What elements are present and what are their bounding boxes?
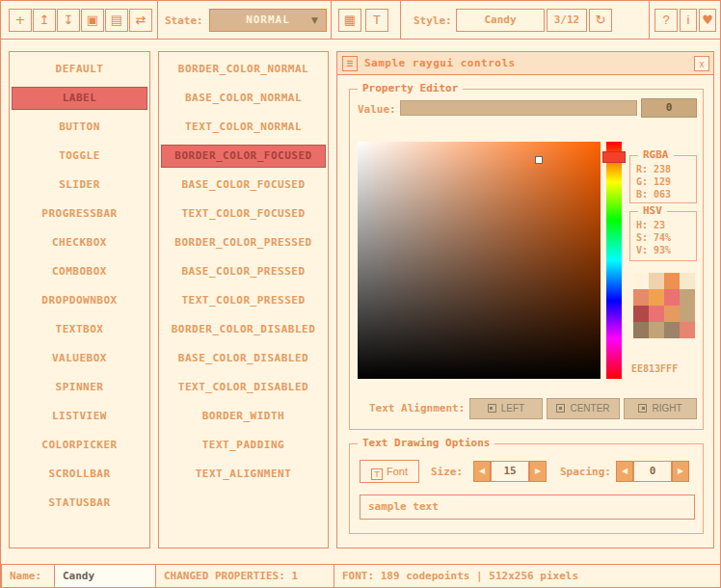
new-file-button[interactable]: + bbox=[9, 9, 32, 32]
state-dropdown[interactable]: NORMAL ▼ bbox=[209, 9, 327, 32]
value-slider[interactable] bbox=[400, 100, 637, 116]
property-item-border_color_pressed[interactable]: BORDER_COLOR_PRESSED bbox=[161, 231, 326, 254]
reload-style-button[interactable]: ↻ bbox=[589, 9, 612, 32]
palette-swatch-13[interactable] bbox=[649, 322, 664, 338]
control-item-scrollbar[interactable]: SCROLLBAR bbox=[12, 463, 147, 486]
control-item-listview[interactable]: LISTVIEW bbox=[12, 405, 147, 428]
align-right-button[interactable]: RIGHT bbox=[624, 398, 697, 419]
color-picker-panel[interactable] bbox=[358, 142, 601, 379]
size-increase-button[interactable]: ▶ bbox=[529, 461, 547, 482]
control-item-statusbar[interactable]: STATUSBAR bbox=[12, 492, 147, 515]
spacing-decrease-button[interactable]: ◀ bbox=[616, 461, 633, 482]
property-item-text_color_focused[interactable]: TEXT_COLOR_FOCUSED bbox=[161, 202, 326, 226]
window-icon: ≡ bbox=[342, 56, 358, 71]
palette-swatch-8[interactable] bbox=[633, 306, 649, 322]
hex-color-value: EE813FFF bbox=[631, 363, 678, 374]
style-table-button[interactable]: ▦ bbox=[338, 9, 361, 32]
export-file-button[interactable]: ▣ bbox=[81, 9, 104, 32]
close-icon[interactable]: x bbox=[694, 56, 709, 71]
property-item-border_color_normal[interactable]: BORDER_COLOR_NORMAL bbox=[161, 58, 326, 81]
palette-swatch-4[interactable] bbox=[633, 289, 649, 306]
align-left-button[interactable]: LEFT bbox=[469, 398, 543, 419]
palette-swatch-1[interactable] bbox=[649, 273, 664, 289]
control-item-dropdownbox[interactable]: DROPDOWNBOX bbox=[12, 289, 147, 312]
property-item-base_color_disabled[interactable]: BASE_COLOR_DISABLED bbox=[161, 347, 326, 370]
font-button[interactable]: TFont bbox=[360, 460, 419, 483]
hsv-s-value: S: 74% bbox=[630, 231, 696, 244]
palette-swatch-7[interactable] bbox=[680, 289, 695, 306]
palette-swatch-0[interactable] bbox=[633, 273, 649, 289]
property-item-text_color_disabled[interactable]: TEXT_COLOR_DISABLED bbox=[161, 376, 326, 399]
size-value[interactable]: 15 bbox=[491, 461, 529, 482]
about-button[interactable]: i bbox=[680, 9, 697, 32]
control-item-combobox[interactable]: COMBOBOX bbox=[12, 260, 147, 283]
align-center-icon bbox=[556, 404, 565, 413]
spacing-value[interactable]: 0 bbox=[633, 461, 672, 482]
property-item-text_color_normal[interactable]: TEXT_COLOR_NORMAL bbox=[161, 116, 326, 139]
style-label: Style: bbox=[414, 14, 452, 27]
palette-swatch-14[interactable] bbox=[664, 322, 680, 338]
palette-swatch-15[interactable] bbox=[680, 322, 695, 338]
font-button-label: Font bbox=[387, 466, 408, 477]
control-item-checkbox[interactable]: CHECKBOX bbox=[12, 231, 147, 254]
statusbar: Name: Candy CHANGED PROPERTIES: 1 FONT: … bbox=[1, 564, 721, 588]
hue-bar[interactable] bbox=[606, 142, 622, 379]
random-style-button[interactable]: ⇄ bbox=[129, 9, 152, 32]
palette-swatch-2[interactable] bbox=[664, 273, 680, 289]
property-item-base_color_focused[interactable]: BASE_COLOR_FOCUSED bbox=[161, 174, 326, 197]
control-item-toggle[interactable]: TOGGLE bbox=[12, 145, 147, 168]
text-options-group: Text Drawing Options TFont Size: ◀ 15 ▶ … bbox=[349, 443, 704, 534]
control-item-slider[interactable]: SLIDER bbox=[12, 174, 147, 197]
control-item-progressbar[interactable]: PROGRESSBAR bbox=[12, 202, 147, 226]
font-editor-button[interactable]: T bbox=[365, 9, 388, 32]
property-item-border_color_disabled[interactable]: BORDER_COLOR_DISABLED bbox=[161, 318, 326, 341]
property-item-border_width[interactable]: BORDER_WIDTH bbox=[161, 405, 326, 428]
palette-swatch-11[interactable] bbox=[680, 306, 695, 322]
value-box[interactable]: 0 bbox=[641, 98, 697, 118]
palette-swatch-6[interactable] bbox=[664, 289, 680, 306]
sample-text-input[interactable]: sample text bbox=[360, 494, 695, 520]
sponsor-button[interactable]: ♥ bbox=[699, 9, 716, 32]
help-icon: ? bbox=[662, 13, 669, 27]
rgba-r-value: R: 238 bbox=[630, 163, 696, 175]
property-item-base_color_normal[interactable]: BASE_COLOR_NORMAL bbox=[161, 87, 326, 110]
load-file-button[interactable]: ↥ bbox=[33, 9, 56, 32]
control-item-default[interactable]: DEFAULT bbox=[12, 58, 147, 81]
window-titlebar[interactable]: ≡ Sample raygui controls x bbox=[337, 52, 713, 75]
hue-bar-selector[interactable] bbox=[602, 151, 626, 163]
control-item-valuebox[interactable]: VALUEBOX bbox=[12, 347, 147, 370]
group-title: HSV bbox=[638, 204, 667, 217]
palette-swatch-12[interactable] bbox=[633, 322, 649, 338]
rgba-b-value: B: 063 bbox=[630, 188, 696, 200]
control-item-colorpicker[interactable]: COLORPICKER bbox=[12, 434, 147, 457]
group-title: Text Drawing Options bbox=[358, 437, 494, 449]
control-item-label[interactable]: LABEL bbox=[12, 87, 147, 110]
save-file-button[interactable]: ↧ bbox=[57, 9, 80, 32]
state-value: NORMAL bbox=[246, 13, 290, 26]
palette-swatch-9[interactable] bbox=[649, 306, 664, 322]
save-file-icon: ↧ bbox=[64, 13, 74, 27]
style-dropdown[interactable]: Candy bbox=[456, 9, 545, 32]
palette-swatch-10[interactable] bbox=[664, 306, 680, 322]
control-item-spinner[interactable]: SPINNER bbox=[12, 376, 147, 399]
help-button[interactable]: ? bbox=[654, 9, 678, 32]
property-item-text_padding[interactable]: TEXT_PADDING bbox=[161, 434, 326, 457]
property-item-border_color_focused[interactable]: BORDER_COLOR_FOCUSED bbox=[161, 145, 326, 168]
value-label: Value: bbox=[358, 103, 396, 116]
new-file-icon: + bbox=[15, 13, 26, 27]
font-t-icon: T bbox=[373, 13, 381, 27]
control-item-textbox[interactable]: TEXTBOX bbox=[12, 318, 147, 341]
export-image-button[interactable]: ▤ bbox=[105, 9, 128, 32]
align-center-button[interactable]: CENTER bbox=[547, 398, 620, 419]
style-name-input[interactable]: Candy bbox=[54, 564, 156, 588]
palette-swatch-3[interactable] bbox=[680, 273, 695, 289]
property-item-base_color_pressed[interactable]: BASE_COLOR_PRESSED bbox=[161, 260, 326, 283]
palette-swatch-5[interactable] bbox=[649, 289, 664, 306]
control-item-button[interactable]: BUTTON bbox=[12, 116, 147, 139]
property-item-text_alignment[interactable]: TEXT_ALIGNMENT bbox=[161, 463, 326, 486]
spacing-increase-button[interactable]: ▶ bbox=[672, 461, 689, 482]
size-label: Size: bbox=[431, 466, 463, 478]
size-decrease-button[interactable]: ◀ bbox=[473, 461, 491, 482]
property-item-text_color_pressed[interactable]: TEXT_COLOR_PRESSED bbox=[161, 289, 326, 312]
color-picker-marker[interactable] bbox=[535, 156, 543, 164]
